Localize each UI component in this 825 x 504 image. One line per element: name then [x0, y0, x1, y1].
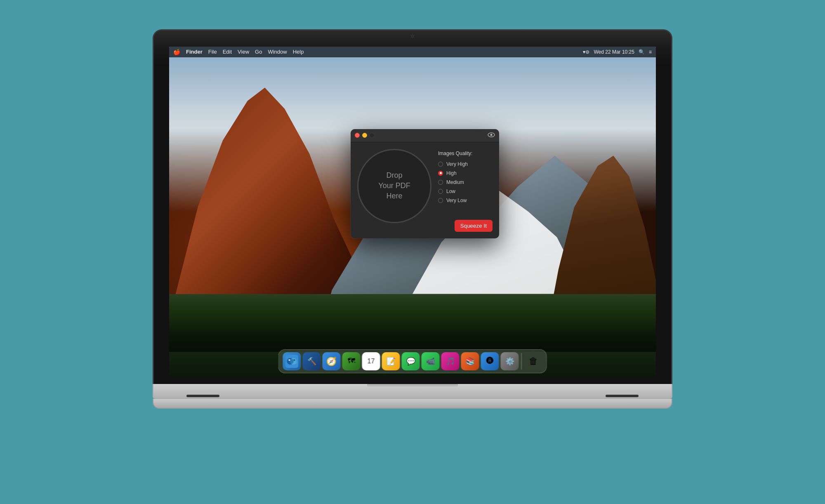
macbook: 🍎 Finder File Edit View Go Window Help ▾…	[153, 29, 672, 475]
menubar-left: 🍎 Finder File Edit View Go Window Help	[173, 49, 304, 55]
quality-label-low: Low	[446, 188, 455, 194]
minimize-button[interactable]	[362, 133, 367, 138]
svg-point-5	[290, 359, 294, 364]
dock-icon-ibooks[interactable]: 📚	[461, 352, 479, 370]
list-icon[interactable]: ≡	[649, 49, 652, 55]
radio-very-low[interactable]	[438, 198, 443, 203]
menubar-help[interactable]: Help	[293, 49, 304, 55]
macbook-hinge	[367, 384, 458, 387]
camera-dot	[411, 35, 414, 38]
quality-option-high[interactable]: High	[438, 170, 493, 176]
maximize-button[interactable]	[370, 133, 375, 138]
menubar-window[interactable]: Window	[268, 49, 287, 55]
squeeze-button[interactable]: Squeeze It	[455, 220, 493, 232]
dock-icon-maps[interactable]: 🗺	[342, 352, 361, 370]
app-window: Drop Your PDF Here Images Quality:	[351, 129, 499, 238]
menubar-datetime: Wed 22 Mar 10:25	[594, 49, 634, 55]
dock-icon-safari[interactable]: 🧭	[323, 352, 341, 370]
dock: 🔨 🧭 🗺 17 📝 💬	[278, 349, 547, 373]
quality-label-medium: Medium	[446, 179, 464, 185]
drop-text: Drop Your PDF Here	[378, 170, 410, 202]
rubber-foot-right	[606, 395, 639, 397]
quality-option-very-low[interactable]: Very Low	[438, 198, 493, 203]
menubar-go[interactable]: Go	[255, 49, 262, 55]
menubar-view[interactable]: View	[238, 49, 249, 55]
dock-icon-syspref[interactable]: ⚙️	[501, 352, 519, 370]
macbook-base	[153, 384, 672, 399]
quality-option-very-high[interactable]: Very High	[438, 161, 493, 167]
dock-icon-calendar[interactable]: 17	[362, 352, 380, 370]
traffic-lights	[355, 133, 375, 138]
menubar-app-name[interactable]: Finder	[186, 49, 203, 55]
dock-icon-facetime[interactable]: 📹	[422, 352, 440, 370]
quality-option-low[interactable]: Low	[438, 188, 493, 194]
close-button[interactable]	[355, 133, 360, 138]
eye-icon[interactable]	[488, 132, 495, 139]
quality-label-high: High	[446, 170, 457, 176]
radio-dot-high	[440, 172, 442, 174]
window-content: Drop Your PDF Here Images Quality:	[351, 142, 499, 238]
dock-icon-finder[interactable]	[283, 352, 301, 370]
trees	[169, 294, 656, 352]
quality-option-medium[interactable]: Medium	[438, 179, 493, 185]
wifi-icon: ▾⊜	[583, 49, 589, 55]
menubar: 🍎 Finder File Edit View Go Window Help ▾…	[169, 47, 656, 57]
radio-low[interactable]	[438, 189, 443, 194]
apple-logo-icon[interactable]: 🍎	[173, 49, 180, 55]
drop-zone[interactable]: Drop Your PDF Here	[357, 149, 431, 223]
dock-icon-appstore[interactable]: 🅐	[481, 352, 499, 370]
screen-lid: 🍎 Finder File Edit View Go Window Help ▾…	[153, 29, 672, 384]
window-titlebar	[351, 129, 499, 142]
dock-icon-notes[interactable]: 📝	[382, 352, 400, 370]
dock-icon-xcode[interactable]: 🔨	[303, 352, 321, 370]
quality-label-very-high: Very High	[446, 161, 468, 167]
rubber-foot-left	[186, 395, 219, 397]
quality-label-very-low: Very Low	[446, 198, 467, 203]
radio-medium[interactable]	[438, 180, 443, 185]
search-icon[interactable]: 🔍	[639, 49, 645, 55]
macbook-bottom	[153, 399, 672, 409]
radio-high[interactable]	[438, 171, 443, 176]
menubar-file[interactable]: File	[208, 49, 217, 55]
screen-bezel: 🍎 Finder File Edit View Go Window Help ▾…	[169, 47, 656, 377]
dock-separator	[521, 353, 522, 370]
dock-icon-messages[interactable]: 💬	[402, 352, 420, 370]
desktop: 🍎 Finder File Edit View Go Window Help ▾…	[169, 47, 656, 377]
quality-title: Images Quality:	[438, 151, 493, 156]
menubar-right: ▾⊜ Wed 22 Mar 10:25 🔍 ≡	[583, 49, 652, 55]
svg-point-6	[289, 359, 290, 361]
quality-panel: Images Quality: Very High	[438, 149, 493, 232]
svg-point-1	[490, 134, 493, 136]
menubar-edit[interactable]: Edit	[223, 49, 232, 55]
dock-icon-itunes[interactable]: 🎵	[441, 352, 460, 370]
radio-very-high[interactable]	[438, 162, 443, 167]
svg-point-7	[294, 359, 295, 361]
quality-options: Very High High	[438, 161, 493, 203]
dock-icon-trash[interactable]: 🗑	[524, 352, 542, 370]
